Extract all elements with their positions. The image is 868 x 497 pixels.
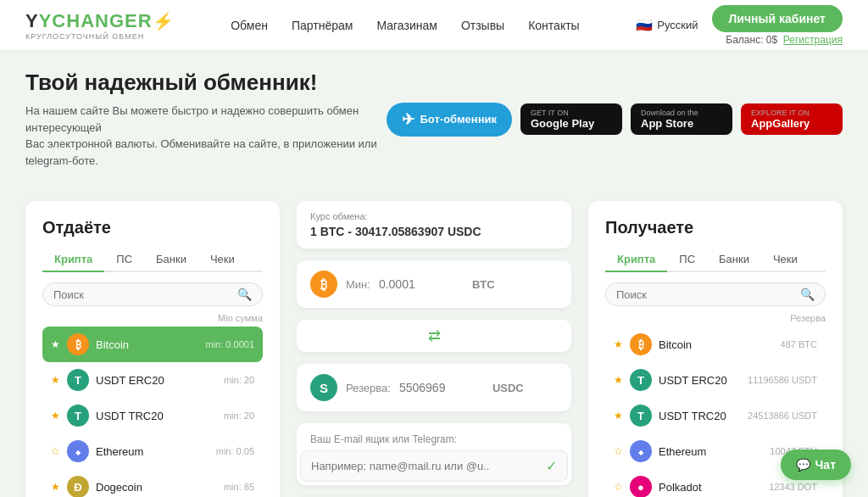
bot-button[interactable]: ✈ Бот-обменник <box>387 103 512 137</box>
dogecoin-min: min: 85 <box>224 482 254 492</box>
usdt-erc20-min: min: 20 <box>224 375 254 385</box>
usdt-trc20-name: USDT TRC20 <box>96 410 217 422</box>
telegram-icon: ✈ <box>402 110 415 129</box>
check-icon: ✓ <box>546 458 557 474</box>
give-search-input[interactable] <box>53 288 237 301</box>
send-coin-icon: ₿ <box>310 271 337 298</box>
tab-receive-ps[interactable]: ПС <box>667 248 707 272</box>
receive-item-usdt-trc20[interactable]: ★ T USDT TRC20 24513866 USDT <box>605 398 826 433</box>
app-store-label: App Store <box>641 117 693 130</box>
chat-label: Чат <box>815 458 836 472</box>
give-search-box: 🔍 <box>42 282 263 306</box>
reserve-field: S Резерва: USDC <box>297 364 571 411</box>
r-dot-reserve: 12343 DOT <box>769 482 817 492</box>
google-play-label: Google Play <box>531 117 594 130</box>
app-gallery-label: AppGallery <box>751 117 810 130</box>
r-usdt-trc20-name: USDT TRC20 <box>659 410 741 422</box>
star-icon: ★ <box>51 374 60 386</box>
r-eth-name: Ethereum <box>659 445 763 458</box>
give-item-usdt-trc20[interactable]: ★ T USDT TRC20 min: 20 <box>42 398 263 433</box>
r-usdt-erc20-reserve: 11196586 USDT <box>748 375 817 385</box>
chat-icon: 💬 <box>796 458 810 472</box>
tab-give-banks[interactable]: Банки <box>144 248 198 272</box>
send-amount-field: ₿ Мин: BTC <box>297 260 571 308</box>
r-usdt-erc20-name: USDT ERC20 <box>659 374 741 387</box>
reserve-coin-icon: S <box>310 374 337 401</box>
nav-exchange[interactable]: Обмен <box>231 19 268 32</box>
app-gallery-button[interactable]: EXPLORE IT ON AppGallery <box>741 103 843 135</box>
reserve-amount-input[interactable] <box>399 381 484 394</box>
tab-receive-banks[interactable]: Банки <box>707 248 761 272</box>
register-link[interactable]: Регистрация <box>783 34 843 46</box>
r-bitcoin-reserve: 487 BTC <box>781 339 817 349</box>
eth-icon: ⬥ <box>67 440 89 462</box>
star-icon: ☆ <box>614 481 623 493</box>
bitcoin-min: min: 0.0001 <box>206 339 254 349</box>
receive-item-bitcoin[interactable]: ★ ₿ Bitcoin 487 BTC <box>605 327 826 362</box>
cabinet-button[interactable]: Личный кабинет <box>712 5 843 32</box>
receive-item-usdt-erc20[interactable]: ★ T USDT ERC20 11196586 USDT <box>605 362 826 398</box>
tab-receive-checks[interactable]: Чеки <box>761 248 810 272</box>
give-item-usdt-erc20[interactable]: ★ T USDT ERC20 min: 20 <box>42 362 263 398</box>
app-store-top: Download on the <box>641 109 698 117</box>
give-tabs: Крипта ПС Банки Чеки <box>42 248 263 272</box>
nav-partners[interactable]: Партнёрам <box>292 19 353 32</box>
give-item-dogecoin[interactable]: ★ Ð Dogecoin min: 85 <box>42 469 263 497</box>
nav-contacts[interactable]: Контакты <box>528 19 579 32</box>
usdt-erc20-name: USDT ERC20 <box>96 374 217 387</box>
usdt-erc20-icon: T <box>67 369 89 391</box>
tab-give-crypto[interactable]: Крипта <box>42 248 104 272</box>
nav-shops[interactable]: Магазинам <box>376 19 437 32</box>
exchange-middle-panel: Курс обмена: 1 BTC - 30417.05863907 USDC… <box>280 201 588 497</box>
language-selector[interactable]: 🇷🇺 Русский <box>636 17 698 33</box>
bitcoin-name: Bitcoin <box>96 338 199 351</box>
exchange-rate-box: Курс обмена: 1 BTC - 30417.05863907 USDC <box>297 201 571 248</box>
app-store-button[interactable]: Download on the App Store <box>631 103 732 135</box>
min-sum-label: Min сумма <box>42 313 263 323</box>
hero-description: На нашем сайте Вы можете быстро и надежн… <box>25 103 381 169</box>
bitcoin-icon: ₿ <box>67 333 89 355</box>
star-icon: ★ <box>614 410 623 422</box>
logo-text: YYCHANGER⚡ <box>25 10 175 32</box>
star-icon: ☆ <box>51 445 60 457</box>
give-currency-list: ★ ₿ Bitcoin min: 0.0001 ★ T USDT ERC20 m… <box>42 327 263 497</box>
r-bitcoin-icon: ₿ <box>630 333 652 355</box>
reserve-label: Резерва: <box>346 382 391 394</box>
r-usdt-erc20-icon: T <box>630 369 652 391</box>
receive-search-input[interactable] <box>616 288 800 301</box>
star-icon: ★ <box>614 374 623 386</box>
usdt-trc20-min: min: 20 <box>224 410 254 421</box>
logo: YYCHANGER⚡ КРУГЛОСУТОЧНЫЙ ОБМЕН <box>25 10 175 41</box>
give-item-bitcoin[interactable]: ★ ₿ Bitcoin min: 0.0001 <box>42 327 263 362</box>
send-currency-tag: BTC <box>472 278 495 291</box>
reserve-currency-tag: USDC <box>492 382 524 394</box>
star-icon: ★ <box>614 338 623 350</box>
chat-button[interactable]: 💬 Чат <box>781 450 851 480</box>
nav-reviews[interactable]: Отзывы <box>461 19 504 32</box>
logo-subtitle: КРУГЛОСУТОЧНЫЙ ОБМЕН <box>25 32 175 41</box>
main-nav: Обмен Партнёрам Магазинам Отзывы Контакт… <box>231 19 579 32</box>
send-amount-input[interactable] <box>379 277 464 291</box>
swap-button[interactable]: ⇄ <box>297 320 571 352</box>
header-right: 🇷🇺 Русский Личный кабинет Баланс: 0$ Рег… <box>636 5 843 46</box>
usdt-trc20-icon: T <box>67 405 89 427</box>
email-input-row: ✓ <box>300 450 568 482</box>
receive-panel-title: Получаете <box>605 218 826 237</box>
hero-section: Твой надежный обменник! На нашем сайте В… <box>0 51 868 184</box>
tab-give-ps[interactable]: ПС <box>104 248 144 272</box>
email-input[interactable] <box>311 460 541 472</box>
star-icon: ★ <box>51 410 60 422</box>
doge-icon: Ð <box>67 476 89 497</box>
reserve-col-label: Резерва <box>605 313 826 323</box>
r-usdt-trc20-icon: T <box>630 405 652 427</box>
tab-give-checks[interactable]: Чеки <box>198 248 247 272</box>
email-label: Ваш E-mail ящик или Telegram: <box>300 427 568 445</box>
ethereum-name: Ethereum <box>96 445 209 458</box>
give-search-icon: 🔍 <box>237 288 252 301</box>
tab-receive-crypto[interactable]: Крипта <box>605 248 667 272</box>
google-play-button[interactable]: GET IT ON Google Play <box>520 103 622 135</box>
receive-tabs: Крипта ПС Банки Чеки <box>605 248 826 272</box>
r-dot-name: Polkadot <box>659 481 762 494</box>
lang-label: Русский <box>657 19 698 31</box>
give-item-ethereum[interactable]: ☆ ⬥ Ethereum min: 0.05 <box>42 433 263 469</box>
